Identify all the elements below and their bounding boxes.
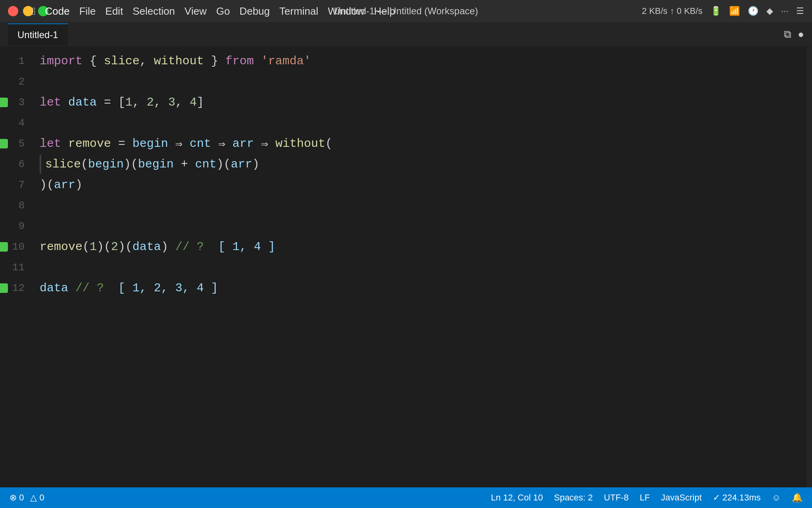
code-line-6: slice ( begin )( begin + cnt )( arr ) [32, 154, 812, 175]
code-line-4 [32, 113, 812, 133]
apple-menu[interactable]:  [32, 5, 36, 17]
encoding[interactable]: UTF-8 [604, 493, 628, 503]
line-number-11: 11 [0, 257, 32, 278]
code-line-5: let remove = begin ⇒ cnt ⇒ arr ⇒ without… [32, 133, 812, 154]
code-line-9 [32, 216, 812, 237]
tab-label: Untitled-1 [17, 29, 58, 40]
split-editor-icon[interactable]: ⧉ [784, 28, 791, 40]
line-number-4: 4 [0, 113, 32, 133]
more-actions-icon[interactable]: ● [798, 28, 804, 40]
editor: 1 2 3 4 5 6 7 8 9 10 11 12 import { [0, 47, 812, 487]
code-line-1: import { slice , without } from 'ramda' [32, 51, 812, 71]
code-menu[interactable]: Code [45, 5, 70, 17]
code-line-8 [32, 195, 812, 216]
line-numbers-gutter: 1 2 3 4 5 6 7 8 9 10 11 12 [0, 47, 32, 487]
timing: ✓ 224.13ms [713, 493, 761, 503]
titlebar:  Code File Edit Selection View Go Debug… [0, 0, 812, 22]
battery-icon: 🔋 [710, 6, 721, 16]
tab-untitled1[interactable]: Untitled-1 [8, 23, 68, 46]
indentation[interactable]: Spaces: 2 [554, 493, 593, 503]
code-line-11 [32, 257, 812, 278]
window-title: Untitled-1 — Untitled (Workspace) [334, 6, 478, 17]
statusbar-right: Ln 12, Col 10 Spaces: 2 UTF-8 LF JavaScr… [491, 493, 802, 503]
terminal-menu[interactable]: Terminal [280, 5, 318, 17]
token-import: import [40, 54, 82, 68]
statusbar-left: ⊗ 0 △ 0 [10, 493, 44, 503]
clock-icon: 🕐 [748, 6, 758, 16]
close-button[interactable] [8, 6, 18, 16]
debug-menu[interactable]: Debug [239, 5, 270, 17]
code-line-3: let data = [ 1 , 2 , 3 , 4 ] [32, 92, 812, 113]
wifi-icon: 📶 [729, 6, 740, 16]
more-icon: ··· [781, 6, 788, 16]
finder-icon: ◆ [766, 6, 773, 16]
code-line-7: )( arr ) [32, 175, 812, 195]
file-menu[interactable]: File [79, 5, 96, 17]
go-menu[interactable]: Go [216, 5, 230, 17]
notifications-icon: 🔔 [792, 493, 802, 503]
line-number-5: 5 [0, 133, 32, 154]
error-count[interactable]: ⊗ 0 [10, 493, 24, 503]
indent-guide [40, 155, 41, 174]
editor-actions: ⧉ ● [784, 28, 804, 40]
line-ending[interactable]: LF [640, 493, 650, 503]
code-line-12: data // ? [ 1, 2, 3, 4 ] [32, 278, 812, 298]
cursor-position[interactable]: Ln 12, Col 10 [491, 493, 543, 503]
line-number-10: 10 [0, 237, 32, 257]
line-number-9: 9 [0, 216, 32, 237]
view-menu[interactable]: View [184, 5, 207, 17]
code-editor[interactable]: import { slice , without } from 'ramda' … [32, 47, 812, 487]
tabbar: Untitled-1 ⧉ ● [0, 22, 812, 47]
list-icon: ☰ [796, 6, 804, 16]
edit-menu[interactable]: Edit [105, 5, 123, 17]
breakpoint-12 [0, 283, 8, 293]
code-line-10: remove ( 1 )( 2 )( data ) // ? [ 1, 4 ] [32, 237, 812, 257]
line-number-12: 12 [0, 278, 32, 298]
code-line-2 [32, 71, 812, 92]
warning-count[interactable]: △ 0 [30, 493, 44, 503]
statusbar: ⊗ 0 △ 0 Ln 12, Col 10 Spaces: 2 UTF-8 LF… [0, 487, 812, 508]
titlebar-right: 2 KB/s ↑ 0 KB/s 🔋 📶 🕐 ◆ ··· ☰ [642, 6, 804, 16]
smiley-icon: ☺ [772, 493, 781, 503]
selection-menu[interactable]: Selection [132, 5, 175, 17]
warning-icon: △ [30, 493, 37, 502]
breakpoint-3 [0, 98, 8, 107]
line-number-7: 7 [0, 175, 32, 195]
line-number-2: 2 [0, 71, 32, 92]
error-icon: ⊗ [10, 493, 17, 502]
language-mode[interactable]: JavaScript [661, 493, 702, 503]
line-number-1: 1 [0, 51, 32, 71]
line-number-8: 8 [0, 195, 32, 216]
breakpoint-10 [0, 242, 8, 252]
line-number-3: 3 [0, 92, 32, 113]
network-icon: 2 KB/s ↑ 0 KB/s [642, 6, 703, 16]
breakpoint-5 [0, 139, 8, 148]
editor-scrollbar[interactable] [806, 47, 812, 487]
line-number-6: 6 [0, 154, 32, 175]
